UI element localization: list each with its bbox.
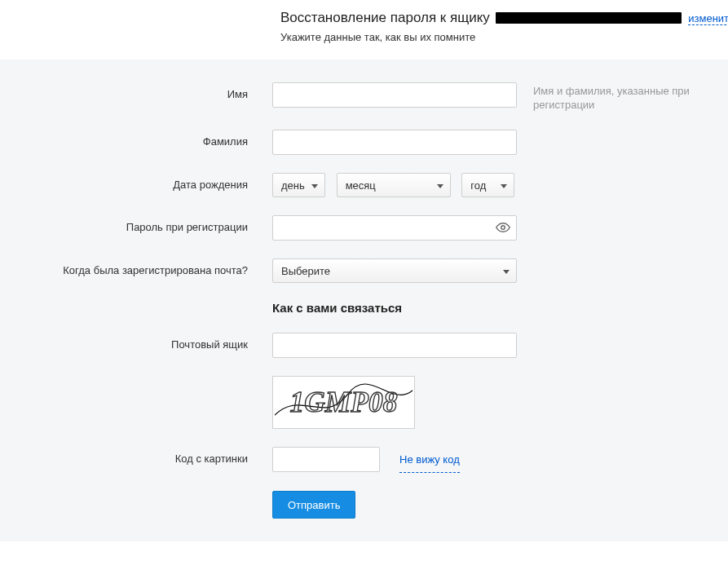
last-name-input[interactable] [272, 130, 517, 155]
captcha-image: 1GMP08 [272, 376, 415, 429]
form-panel: Имя Имя и фамилия, указанные при регистр… [0, 60, 728, 541]
when-registered-value: Выберите [281, 265, 330, 277]
row-captcha-image: 1GMP08 [16, 376, 712, 429]
label-mailbox: Почтовый ящик [16, 333, 272, 351]
chevron-down-icon [311, 184, 318, 188]
captcha-refresh-link[interactable]: Не вижу код [399, 448, 460, 473]
mailbox-input[interactable] [272, 333, 517, 358]
header: Восстановление пароля к ящику изменить У… [0, 0, 728, 55]
hint-name: Имя и фамилия, указанные при регистрации [533, 82, 696, 112]
title-prefix: Восстановление пароля к ящику [280, 10, 494, 25]
label-last-name: Фамилия [16, 130, 272, 148]
row-last-name: Фамилия [16, 130, 712, 155]
label-when-registered: Когда была зарегистрирована почта? [16, 258, 272, 277]
page-title: Восстановление пароля к ящику изменить [280, 10, 728, 26]
chevron-down-icon [503, 270, 510, 274]
dob-year-select[interactable]: год [461, 173, 514, 197]
redacted-email [496, 12, 682, 24]
chevron-down-icon [437, 184, 443, 188]
label-reg-password: Пароль при регистрации [16, 215, 272, 234]
label-captcha: Код с картинки [16, 447, 272, 466]
section-contact-heading: Как с вами связаться [272, 301, 712, 315]
eye-icon[interactable] [496, 220, 510, 235]
row-captcha-input: Код с картинки Не вижу код [16, 447, 712, 473]
submit-row: Отправить [272, 491, 712, 519]
row-when-registered: Когда была зарегистрирована почта? Выбер… [16, 258, 712, 283]
dob-day-select[interactable]: день [272, 173, 325, 197]
label-dob: Дата рождения [16, 179, 272, 192]
when-registered-select[interactable]: Выберите [272, 258, 517, 283]
dob-day-value: день [281, 179, 305, 192]
captcha-input[interactable] [272, 447, 380, 472]
row-mailbox: Почтовый ящик [16, 333, 712, 358]
first-name-input[interactable] [272, 82, 517, 108]
chevron-down-icon [501, 184, 507, 188]
dob-month-value: месяц [346, 179, 376, 192]
reg-password-input[interactable] [272, 215, 517, 241]
row-first-name: Имя Имя и фамилия, указанные при регистр… [16, 82, 712, 112]
submit-button[interactable]: Отправить [272, 491, 355, 519]
label-first-name: Имя [16, 82, 272, 101]
row-reg-password: Пароль при регистрации [16, 215, 712, 241]
dob-year-value: год [470, 179, 486, 192]
row-dob: Дата рождения день месяц год [16, 173, 712, 197]
change-link[interactable]: изменить [688, 12, 728, 25]
svg-point-0 [501, 226, 505, 230]
dob-month-select[interactable]: месяц [337, 173, 451, 197]
page-subtitle: Укажите данные так, как вы их помните [280, 31, 728, 43]
captcha-text: 1GMP08 [290, 386, 398, 418]
